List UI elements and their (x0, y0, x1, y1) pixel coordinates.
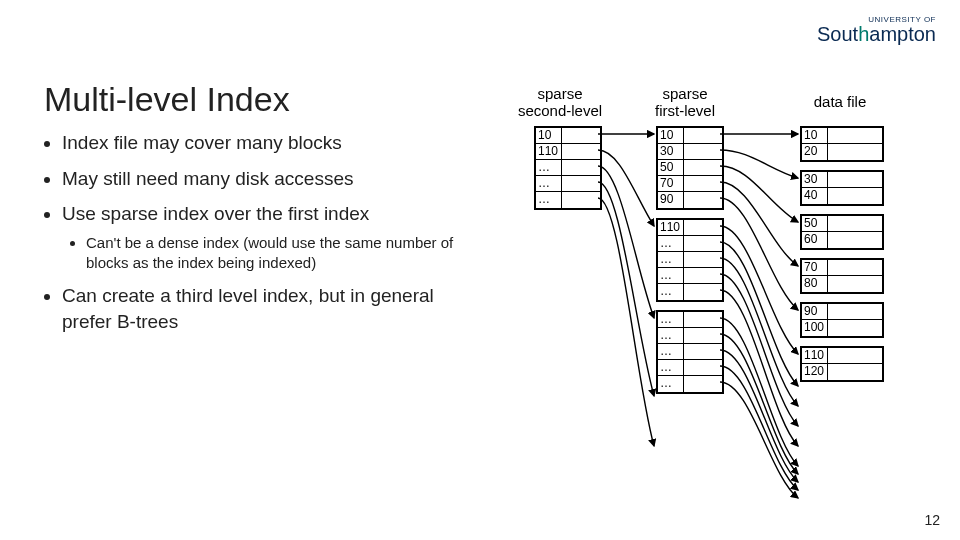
bullet-2: May still need many disk accesses (62, 166, 464, 192)
bullet-1: Index file may cover many blocks (62, 130, 464, 156)
second-level-block: 10 110 … … … (534, 126, 602, 210)
first-level-block-3: … … … … … (656, 310, 724, 394)
slide: UNIVERSITY OF Southampton Multi-level In… (0, 0, 960, 540)
slide-title: Multi-level Index (44, 80, 290, 119)
header-second-level: sparsesecond-level (510, 86, 610, 119)
header-first-level: sparsefirst-level (640, 86, 730, 119)
first-level-block-2: 110 … … … … (656, 218, 724, 302)
data-block-3: 70 80 (800, 258, 884, 294)
data-block-4: 90 100 (800, 302, 884, 338)
data-block-5: 110 120 (800, 346, 884, 382)
university-logo: UNIVERSITY OF Southampton (817, 16, 936, 44)
slide-body: Index file may cover many blocks May sti… (44, 130, 464, 345)
logo-main-text: Southampton (817, 24, 936, 44)
bullet-4: Can create a third level index, but in g… (62, 283, 464, 334)
data-block-0: 10 20 (800, 126, 884, 162)
first-level-block-1: 10 30 50 70 90 (656, 126, 724, 210)
page-number: 12 (924, 512, 940, 528)
header-data-file: data file (800, 94, 880, 111)
bullet-3a: Can't be a dense index (would use the sa… (86, 233, 464, 274)
diagram: sparsesecond-level sparsefirst-level dat… (500, 86, 930, 506)
bullet-3: Use sparse index over the first index Ca… (62, 201, 464, 273)
data-block-1: 30 40 (800, 170, 884, 206)
data-block-2: 50 60 (800, 214, 884, 250)
